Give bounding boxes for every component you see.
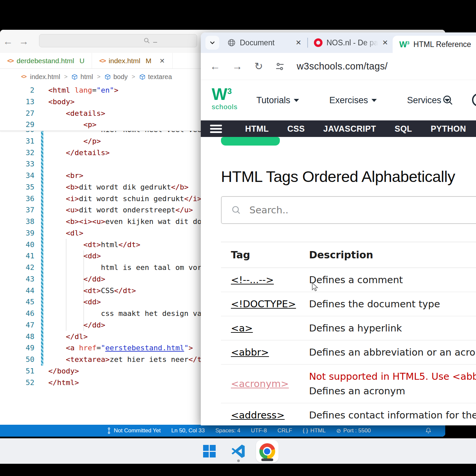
symbol-cube-icon (105, 74, 111, 80)
notifications-bell-icon[interactable] (425, 427, 431, 434)
breadcrumb-file[interactable]: index.html (30, 73, 60, 81)
breadcrumb-item-html[interactable]: html (71, 73, 93, 81)
browser-tab-nos[interactable]: NOS.nl - De pa ✕ (309, 38, 393, 47)
code-text: </dd> (34, 274, 105, 285)
w3schools-logo[interactable]: W3 schools (212, 86, 238, 110)
tag-link[interactable]: <!--...--> (231, 274, 274, 285)
tag-description: Not supported in HTML5. Use <abbr> inste… (299, 365, 476, 403)
browser-back-icon[interactable]: ← (210, 61, 220, 72)
tab-derdebestand[interactable]: <> derdebestand.html U (0, 53, 92, 68)
green-button-partial[interactable] (221, 137, 280, 146)
column-header-description: Description (299, 242, 476, 268)
taskbar-vscode-button[interactable] (227, 440, 250, 463)
search-icon (143, 37, 151, 44)
cursor-position-item[interactable]: Ln 50, Col 33 (171, 427, 205, 434)
topic-link-html[interactable]: HTML (245, 124, 269, 134)
symbol-cube-icon (71, 74, 78, 80)
back-arrow-icon[interactable]: ← (0, 36, 16, 47)
line-number: 39 (0, 228, 34, 239)
site-settings-tune-icon[interactable] (275, 62, 285, 71)
code-text: <p> (34, 119, 97, 131)
git-commit-icon (107, 427, 111, 434)
chevron-down-icon (209, 39, 216, 46)
address-bar-url[interactable]: w3schools.com/tags/ (297, 61, 388, 72)
mouse-cursor (311, 282, 320, 292)
code-text: <i>dit wordt schuin gedrukt</i> (34, 193, 202, 205)
indentation-item[interactable]: Spaces: 4 (215, 427, 240, 434)
line-number: 33 (0, 158, 34, 170)
w3schools-page-content: HTML Tags Ordered Alphabetically Tag Des… (201, 167, 476, 425)
live-server-port-item[interactable]: ⊘ Port : 5500 (336, 427, 370, 434)
html-file-icon: <> (21, 74, 26, 80)
chrome-logo-icon (259, 443, 275, 459)
topic-link-javascript[interactable]: JAVASCRIPT (323, 124, 376, 134)
line-number: 42 (0, 262, 34, 274)
line-number: 13 (0, 96, 34, 108)
tag-link[interactable]: <address> (231, 410, 285, 421)
tab-index[interactable]: <> index.html M ✕ (92, 53, 172, 68)
browser-tab-document[interactable]: Document ✕ (223, 38, 306, 47)
close-tab-icon[interactable]: ✕ (295, 39, 301, 47)
desktop: { "vscode": { "titlebar": { "back": "←",… (0, 0, 476, 476)
forward-arrow-icon[interactable]: → (16, 36, 32, 47)
line-number: 51 (0, 366, 34, 377)
search-input[interactable] (249, 204, 476, 216)
code-text: </dd> (34, 320, 105, 331)
tag-link[interactable]: <acronym> (231, 378, 289, 389)
line-number: 34 (0, 170, 34, 182)
taskbar-chrome-button[interactable] (256, 440, 279, 462)
line-number: 49 (0, 342, 34, 354)
theme-toggle-icon[interactable] (472, 93, 476, 107)
search-icon[interactable] (442, 94, 454, 107)
code-text: <dd> (34, 250, 101, 262)
caret-down-icon (371, 99, 377, 102)
language-mode-item[interactable]: { } HTML (303, 427, 325, 434)
line-number: 43 (0, 274, 34, 285)
git-untracked-badge: U (79, 57, 84, 65)
reload-icon[interactable]: ↻ (254, 60, 263, 72)
table-row: <address>Defines contact information for… (221, 403, 476, 426)
browser-tab-html-reference[interactable]: W3 HTML Reference (393, 36, 476, 53)
hamburger-menu-icon[interactable] (210, 125, 222, 133)
column-header-tag: Tag (221, 242, 299, 268)
code-text: <html lang="en"> (34, 85, 118, 96)
tag-link[interactable]: <abbr> (231, 347, 269, 358)
start-button[interactable] (198, 440, 221, 463)
menu-item-exercises[interactable]: Exercises (329, 95, 377, 106)
code-text: </body> (34, 366, 79, 377)
close-tab-icon[interactable]: ✕ (382, 39, 388, 47)
line-number: 32 (0, 147, 34, 159)
git-status-item[interactable]: Not Committed Yet (107, 427, 161, 434)
close-tab-icon[interactable]: ✕ (159, 57, 165, 65)
w3schools-header: W3 schools TutorialsExercisesServices (201, 80, 476, 120)
w3schools-menu: TutorialsExercisesServices (256, 95, 450, 106)
tab-title: NOS.nl - De pa (326, 38, 378, 47)
tag-description: Defines an abbreviation or an acronym (299, 340, 476, 365)
table-row: <acronym>Not supported in HTML5. Use <ab… (221, 365, 476, 403)
tab-search-button[interactable] (205, 36, 219, 50)
line-number: 46 (0, 308, 34, 320)
line-number: 38 (0, 216, 34, 228)
breadcrumb-separator: > (132, 73, 135, 80)
tag-search-box[interactable] (221, 196, 476, 224)
command-center-search[interactable] (39, 34, 197, 47)
vscode-statusbar: Not Committed Yet Ln 50, Col 33 Spaces: … (0, 425, 445, 437)
line-number: 44 (0, 285, 34, 297)
breadcrumb-item-textarea[interactable]: textarea (139, 73, 172, 81)
encoding-item[interactable]: UTF-8 (251, 427, 267, 434)
topic-link-python[interactable]: PYTHON (431, 124, 466, 134)
git-modified-badge: M (146, 57, 151, 65)
tag-description: Defines contact information for the auth… (299, 403, 476, 426)
eol-item[interactable]: CRLF (278, 427, 292, 434)
git-modified-gutter (41, 131, 43, 366)
browser-forward-icon[interactable]: → (232, 61, 242, 72)
topic-link-sql[interactable]: SQL (395, 124, 412, 134)
tag-link[interactable]: <a> (231, 323, 253, 334)
code-text: </html> (34, 377, 79, 389)
topic-link-css[interactable]: CSS (287, 124, 305, 134)
breadcrumb-item-body[interactable]: body (105, 73, 128, 81)
menu-item-tutorials[interactable]: Tutorials (256, 95, 299, 106)
tag-link[interactable]: <!DOCTYPE> (231, 298, 296, 310)
port-circle-icon: ⊘ (336, 427, 341, 434)
table-row: <a>Defines a hyperlink (221, 316, 476, 340)
